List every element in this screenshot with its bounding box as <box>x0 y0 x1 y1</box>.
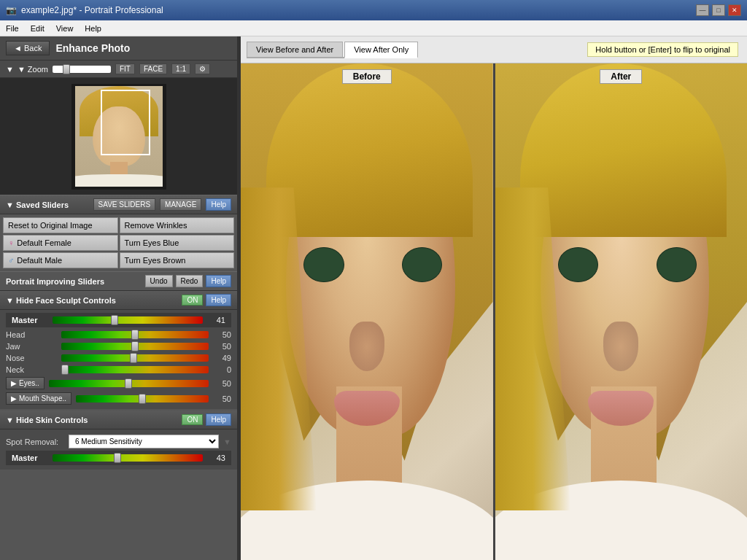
panel-title: Enhance Photo <box>55 42 130 54</box>
master-slider[interactable] <box>53 316 203 324</box>
thumbnail-area <box>0 78 237 195</box>
portrait-sliders-help-button[interactable]: Help <box>206 275 231 287</box>
reset-button[interactable]: Reset to Original Image <box>3 217 118 233</box>
left-panel: ◄ Back Enhance Photo ▼ ▼ Zoom FIT FACE 1… <box>0 36 237 560</box>
mouth-slider[interactable] <box>76 395 209 402</box>
neck-label: Neck <box>6 365 57 374</box>
minimize-button[interactable]: — <box>696 4 709 16</box>
before-label: Before <box>342 69 392 84</box>
tab-before-after[interactable]: View Before and After <box>247 42 343 57</box>
zoom-triangle-icon: ▼ <box>6 65 14 74</box>
saved-sliders-help-button[interactable]: Help <box>206 198 231 211</box>
tab-after-only[interactable]: View After Only <box>344 42 418 58</box>
jaw-slider-row: Jaw 50 <box>6 341 231 352</box>
slider-content: ▼ Saved Sliders SAVE SLIDERS MANAGE Help… <box>0 195 237 560</box>
spot-removal-select[interactable]: 1 Low Sensitivity 3 Low-Medium Sensitivi… <box>69 435 219 448</box>
menu-view[interactable]: View <box>50 23 80 34</box>
neck-value: 0 <box>213 365 231 374</box>
head-slider[interactable] <box>61 331 209 338</box>
face-sculpt-title: ▼ Hide Face Sculpt Controls <box>6 296 179 305</box>
spot-removal-row: Spot Removal: 1 Low Sensitivity 3 Low-Me… <box>6 432 231 451</box>
face-sculpt-sliders: Master 41 Head 50 Jaw 50 <box>0 310 237 409</box>
after-right-eye <box>657 247 697 282</box>
spot-removal-label: Spot Removal: <box>6 438 64 446</box>
redo-button[interactable]: Redo <box>176 275 204 287</box>
zoom-label: ▼ ▼ Zoom <box>6 65 48 74</box>
right-top-bar: View Before and After View After Only Ho… <box>241 36 747 63</box>
before-nose <box>349 322 384 371</box>
before-right-eye <box>402 247 442 282</box>
menu-edit[interactable]: Edit <box>25 23 50 34</box>
face-sculpt-help-button[interactable]: Help <box>206 294 231 306</box>
fit-button[interactable]: FIT <box>115 63 135 74</box>
menu-bar: File Edit View Help <box>0 20 747 36</box>
head-value: 50 <box>213 330 231 339</box>
face-button[interactable]: FACE <box>139 63 167 74</box>
undo-button[interactable]: Undo <box>145 275 173 287</box>
default-male-button[interactable]: ♂ Default Male <box>3 252 118 268</box>
nose-slider-row: Nose 49 <box>6 352 231 364</box>
saved-sliders-header: ▼ Saved Sliders SAVE SLIDERS MANAGE Help <box>0 195 237 214</box>
neck-slider-row: Neck 0 <box>6 364 231 376</box>
save-sliders-button[interactable]: SAVE SLIDERS <box>93 198 156 211</box>
default-female-button[interactable]: ♀ Default Female <box>3 235 118 251</box>
male-icon: ♂ <box>8 256 14 265</box>
eyes-value: 50 <box>213 379 231 388</box>
skin-controls-help-button[interactable]: Help <box>206 413 231 426</box>
face-sculpt-header[interactable]: ▼ Hide Face Sculpt Controls ON Help <box>0 291 237 310</box>
nose-value: 49 <box>213 354 231 362</box>
eyes-expand-button[interactable]: ▶ Eyes.. <box>6 377 44 389</box>
mouth-expand-button[interactable]: ▶ Mouth Shape.. <box>6 392 71 405</box>
window-title: example2.jpg* - Portrait Professional <box>21 5 163 15</box>
zoom-slider[interactable] <box>53 66 111 73</box>
nose-label: Nose <box>6 354 57 362</box>
preset-buttons-grid: Reset to Original Image Remove Wrinkles … <box>0 214 237 271</box>
eyes-expand-row: ▶ Eyes.. 50 <box>6 376 231 391</box>
before-column: Before <box>241 63 493 560</box>
remove-wrinkles-button[interactable]: Remove Wrinkles <box>120 217 235 233</box>
mouth-expand-triangle-icon: ▶ <box>11 394 17 402</box>
menu-file[interactable]: File <box>0 23 25 34</box>
skin-controls-header[interactable]: ▼ Hide Skin Controls ON Help <box>0 411 237 429</box>
app-icon: 📷 <box>6 5 17 15</box>
master-slider-row: Master 41 <box>6 313 231 327</box>
one-to-one-button[interactable]: 1:1 <box>171 63 190 74</box>
master-value: 41 <box>207 316 225 324</box>
main-layout: ◄ Back Enhance Photo ▼ ▼ Zoom FIT FACE 1… <box>0 36 747 560</box>
neck-slider[interactable] <box>61 366 209 373</box>
skin-controls-on-button[interactable]: ON <box>182 414 203 425</box>
head-label: Head <box>6 330 57 339</box>
skin-master-value: 43 <box>207 454 225 462</box>
title-bar: 📷 example2.jpg* - Portrait Professional … <box>0 0 747 20</box>
expand-triangle-icon: ▶ <box>11 379 17 387</box>
master-label: Master <box>12 316 48 324</box>
after-left-eye <box>558 247 598 282</box>
manage-button[interactable]: MANAGE <box>160 198 201 211</box>
menu-help[interactable]: Help <box>79 23 107 34</box>
jaw-slider[interactable] <box>61 343 209 350</box>
before-left-eye <box>303 247 344 282</box>
images-wrapper: Before <box>241 63 747 560</box>
back-button[interactable]: ◄ Back <box>6 41 50 55</box>
nose-slider[interactable] <box>61 354 209 362</box>
saved-sliders-title: ▼ Saved Sliders <box>6 201 89 209</box>
skin-controls-section: ▼ Hide Skin Controls ON Help Spot Remova… <box>0 411 237 470</box>
zoom-settings-button[interactable]: ⚙ <box>195 63 210 74</box>
after-label: After <box>600 69 642 84</box>
close-button[interactable]: ✕ <box>728 4 741 16</box>
portrait-sliders-header: Portrait Improving Sliders Undo Redo Hel… <box>0 271 237 291</box>
flip-hint: Hold button or [Enter] to flip to origin… <box>587 42 738 57</box>
female-icon: ♀ <box>8 238 14 247</box>
eyes-slider[interactable] <box>49 380 209 387</box>
before-photo <box>241 63 493 560</box>
thumbnail <box>71 84 166 190</box>
turn-eyes-brown-button[interactable]: Turn Eyes Brown <box>120 252 235 268</box>
head-slider-row: Head 50 <box>6 329 231 341</box>
after-column: After <box>493 63 748 560</box>
maximize-button[interactable]: □ <box>712 4 725 16</box>
skin-master-slider[interactable] <box>53 454 203 462</box>
face-sculpt-on-button[interactable]: ON <box>182 295 203 306</box>
turn-eyes-blue-button[interactable]: Turn Eyes Blue <box>120 235 235 251</box>
skin-master-label: Master <box>12 454 48 462</box>
mouth-expand-row: ▶ Mouth Shape.. 50 <box>6 391 231 406</box>
